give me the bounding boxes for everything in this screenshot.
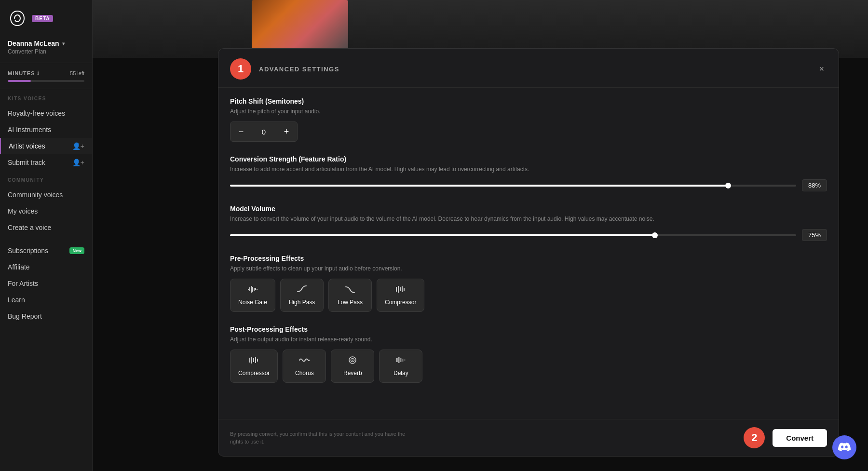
sidebar-item-create-a-voice[interactable]: Create a voice: [0, 219, 92, 236]
minutes-left: 55 left: [70, 70, 84, 76]
discord-button[interactable]: [832, 435, 856, 459]
high-pass-button[interactable]: High Pass: [280, 279, 324, 312]
sidebar-item-subscriptions[interactable]: Subscriptions New: [0, 242, 92, 259]
add-user-icon: 👤+: [72, 142, 84, 150]
community-nav: COMMUNITY Community voices My voices Cre…: [0, 171, 92, 236]
sidebar-item-for-artists[interactable]: For Artists: [0, 275, 92, 292]
pre-processing-desc: Apply subtle effects to clean up your in…: [230, 264, 827, 273]
svg-rect-12: [249, 358, 250, 363]
pitch-shift-section: Pitch Shift (Semitones) Adjust the pitch…: [230, 97, 827, 142]
pre-processing-section: Pre-Processing Effects Apply subtle effe…: [230, 255, 827, 312]
close-button[interactable]: ×: [816, 63, 827, 75]
svg-rect-7: [396, 287, 397, 292]
pitch-shift-desc: Adjust the pitch of your input audio.: [230, 107, 827, 116]
sidebar-item-community-voices[interactable]: Community voices: [0, 187, 92, 203]
sidebar-item-ai-instruments[interactable]: AI Instruments: [0, 121, 92, 138]
pitch-increment-button[interactable]: +: [276, 122, 297, 141]
svg-rect-15: [255, 357, 256, 363]
sidebar: BETA Deanna McLean ▾ Converter Plan MINU…: [0, 0, 93, 471]
svg-rect-4: [254, 288, 255, 291]
person-thumbnail: [252, 0, 348, 53]
sidebar-item-learn[interactable]: Learn: [0, 292, 92, 308]
convert-button[interactable]: Convert: [773, 429, 827, 447]
low-pass-label: Low Pass: [338, 299, 363, 306]
chorus-button[interactable]: Chorus: [283, 350, 326, 383]
conversion-strength-slider-row: 88%: [230, 179, 827, 191]
step-2-circle: 2: [744, 427, 765, 448]
compressor-pre-button[interactable]: Compressor: [377, 279, 424, 312]
logo-area: BETA: [0, 0, 92, 36]
noise-gate-button[interactable]: Noise Gate: [230, 279, 275, 312]
noise-gate-icon: [247, 285, 258, 296]
svg-rect-1: [249, 287, 250, 291]
delay-label: Delay: [393, 370, 408, 377]
user-section[interactable]: Deanna McLean ▾ Converter Plan: [0, 36, 92, 63]
reverb-label: Reverb: [343, 370, 362, 377]
conversion-strength-section: Conversion Strength (Feature Ratio) Incr…: [230, 155, 827, 191]
svg-rect-6: [257, 289, 258, 290]
svg-rect-9: [400, 287, 401, 291]
sidebar-item-bug-report[interactable]: Bug Report: [0, 308, 92, 324]
conversion-strength-slider[interactable]: [230, 185, 796, 187]
pitch-shift-title: Pitch Shift (Semitones): [230, 97, 827, 105]
svg-rect-10: [402, 286, 403, 292]
svg-rect-20: [396, 358, 398, 362]
post-processing-effects-grid: Compressor Chorus: [230, 350, 827, 383]
svg-rect-3: [252, 287, 253, 292]
delay-icon: [395, 356, 406, 367]
model-volume-slider-row: 75%: [230, 229, 827, 241]
minutes-label: MINUTES: [8, 70, 35, 76]
chorus-label: Chorus: [295, 370, 314, 377]
sidebar-item-affiliate[interactable]: Affiliate: [0, 259, 92, 275]
svg-rect-22: [400, 358, 402, 362]
step-1-circle: 1: [230, 58, 251, 80]
noise-gate-label: Noise Gate: [238, 299, 267, 306]
submit-icon: 👤+: [72, 159, 84, 166]
sidebar-item-my-voices[interactable]: My voices: [0, 203, 92, 219]
other-nav: Subscriptions New Affiliate For Artists …: [0, 236, 92, 324]
pitch-value: 0: [252, 128, 276, 136]
reverb-icon: [347, 356, 358, 367]
post-processing-desc: Adjust the output audio for instant rele…: [230, 335, 827, 344]
conversion-strength-title: Conversion Strength (Feature Ratio): [230, 155, 827, 163]
panel-body: Pitch Shift (Semitones) Adjust the pitch…: [218, 88, 839, 419]
panel-header: 1 ADVANCED SETTINGS ×: [218, 49, 839, 88]
model-volume-fill: [230, 234, 655, 236]
model-volume-slider[interactable]: [230, 234, 796, 236]
low-pass-icon: [345, 285, 355, 296]
high-pass-label: High Pass: [289, 299, 315, 306]
compressor-post-button[interactable]: Compressor: [230, 350, 278, 383]
sidebar-item-submit-track[interactable]: Submit track 👤+: [0, 154, 92, 171]
advanced-settings-panel: 1 ADVANCED SETTINGS × Pitch Shift (Semit…: [218, 48, 839, 457]
svg-rect-11: [404, 288, 405, 291]
sidebar-item-royalty-free-voices[interactable]: Royalty-free voices: [0, 105, 92, 121]
delay-button[interactable]: Delay: [379, 350, 422, 383]
pitch-controls: − 0 +: [230, 121, 298, 142]
reverb-button[interactable]: Reverb: [331, 350, 374, 383]
user-name-button[interactable]: Deanna McLean ▾: [8, 40, 84, 47]
sidebar-item-artist-voices[interactable]: Artist voices 👤+: [0, 138, 92, 154]
svg-rect-21: [398, 357, 400, 363]
compressor-post-icon: [249, 356, 259, 367]
chorus-icon: [299, 356, 310, 367]
main-area: Watch on ▶ YouTube 1 ADVANCED SETTINGS ×…: [93, 0, 868, 471]
chevron-down-icon: ▾: [62, 41, 65, 46]
model-volume-section: Model Volume Increase to convert the vol…: [230, 205, 827, 241]
footer-actions: 2 Convert: [744, 427, 827, 448]
info-icon: ℹ: [37, 70, 39, 76]
conversion-strength-desc: Increase to add more accent and articula…: [230, 165, 827, 174]
pre-processing-effects-grid: Noise Gate High Pass: [230, 279, 827, 312]
svg-rect-13: [251, 357, 252, 363]
kits-logo: [8, 9, 27, 28]
user-plan: Converter Plan: [8, 48, 84, 55]
pitch-decrement-button[interactable]: −: [231, 122, 252, 141]
svg-rect-2: [251, 286, 252, 293]
conversion-strength-value: 88%: [802, 179, 827, 191]
beta-badge: BETA: [32, 15, 53, 22]
minutes-bar: [8, 80, 84, 82]
compressor-pre-icon: [395, 285, 406, 296]
model-volume-title: Model Volume: [230, 205, 827, 213]
post-processing-title: Post-Processing Effects: [230, 325, 827, 333]
low-pass-button[interactable]: Low Pass: [328, 279, 372, 312]
svg-rect-23: [402, 359, 404, 362]
